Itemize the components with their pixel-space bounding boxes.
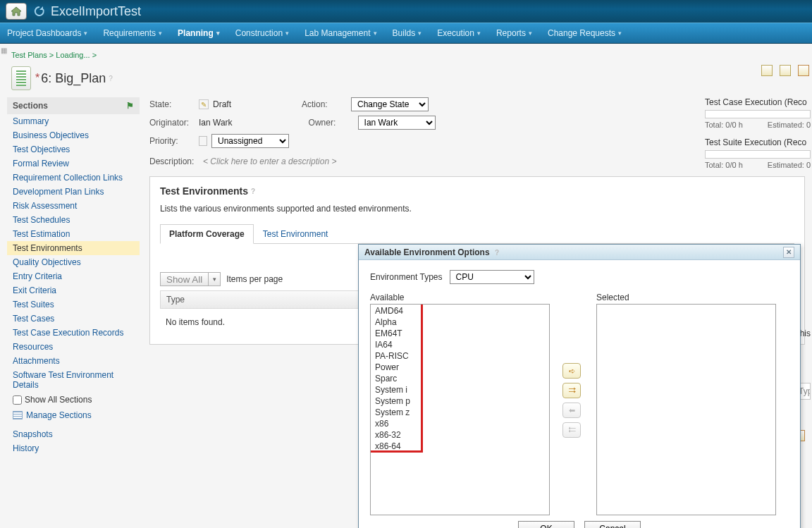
section-summary[interactable]: Summary bbox=[7, 114, 140, 128]
option-systemz[interactable]: System z bbox=[371, 407, 549, 418]
option-x8632[interactable]: x86-32 bbox=[371, 429, 549, 441]
section-tce-records[interactable]: Test Case Execution Records bbox=[7, 326, 140, 340]
menu-project-dashboards[interactable]: Project Dashboards▾ bbox=[7, 28, 87, 38]
section-risk-assessment[interactable]: Risk Assessment bbox=[7, 199, 140, 213]
section-resources[interactable]: Resources bbox=[7, 340, 140, 354]
option-ia64[interactable]: IA64 bbox=[371, 339, 549, 350]
menu-execution[interactable]: Execution▾ bbox=[437, 28, 481, 38]
option-parisc[interactable]: PA-RISC bbox=[371, 350, 549, 362]
lock-icon[interactable] bbox=[798, 65, 809, 76]
menu-planning[interactable]: Planning▾ bbox=[178, 28, 220, 38]
add-all-button[interactable]: ⮆ bbox=[562, 383, 581, 398]
tse-title: Test Suite Execution (Reco bbox=[705, 137, 811, 147]
section-snapshots[interactable]: Snapshots bbox=[7, 427, 140, 441]
home-button[interactable] bbox=[6, 3, 27, 20]
action-select[interactable]: Change State bbox=[351, 97, 429, 111]
env-types-select[interactable]: CPU bbox=[450, 270, 534, 284]
originator-value: Ian Wark bbox=[199, 118, 233, 128]
chevron-down-icon: ▾ bbox=[529, 30, 532, 37]
section-business-objectives[interactable]: Business Objectives bbox=[7, 128, 140, 142]
manage-sections[interactable]: Manage Sections bbox=[7, 407, 140, 423]
option-alpha[interactable]: Alpha bbox=[371, 317, 549, 328]
option-systemp[interactable]: System p bbox=[371, 395, 549, 407]
description-placeholder[interactable]: < Click here to enter a description > bbox=[203, 156, 336, 166]
tab-platform-coverage[interactable]: Platform Coverage bbox=[160, 224, 254, 244]
help-icon[interactable]: ? bbox=[495, 249, 499, 257]
section-entry-criteria[interactable]: Entry Criteria bbox=[7, 269, 140, 283]
tce-title: Test Case Execution (Reco bbox=[705, 97, 811, 107]
menu-reports[interactable]: Reports▾ bbox=[496, 28, 532, 38]
section-ste-details[interactable]: Software Test Environment Details bbox=[7, 368, 140, 392]
show-all-button[interactable]: Show All bbox=[160, 272, 209, 286]
remove-button[interactable]: ⬅ bbox=[562, 403, 581, 418]
section-test-estimation[interactable]: Test Estimation bbox=[7, 227, 140, 241]
chevron-down-icon: ▾ bbox=[285, 30, 289, 37]
selected-label: Selected bbox=[596, 293, 776, 302]
section-formal-review[interactable]: Formal Review bbox=[7, 156, 140, 171]
option-systemi[interactable]: System i bbox=[371, 384, 549, 395]
show-all-checkbox[interactable] bbox=[13, 395, 22, 405]
page-title: 6: Big_Plan bbox=[41, 71, 106, 86]
section-test-schedules[interactable]: Test Schedules bbox=[7, 213, 140, 227]
option-x86[interactable]: x86 bbox=[371, 418, 549, 429]
flag-icon[interactable] bbox=[199, 136, 207, 146]
chevron-down-icon: ▾ bbox=[84, 30, 87, 37]
option-em64t[interactable]: EM64T bbox=[371, 328, 549, 339]
section-test-cases[interactable]: Test Cases bbox=[7, 312, 140, 326]
add-button[interactable]: ➪ bbox=[562, 363, 581, 379]
available-listbox[interactable]: AMD64 Alpha EM64T IA64 PA-RISC Power Spa… bbox=[370, 304, 550, 515]
breadcrumb-root[interactable]: Test Plans bbox=[11, 51, 47, 59]
section-dev-plan-links[interactable]: Development Plan Links bbox=[7, 185, 140, 199]
chevron-down-icon: ▾ bbox=[216, 30, 220, 37]
section-test-environments[interactable]: Test Environments bbox=[7, 241, 140, 255]
section-attachments[interactable]: Attachments bbox=[7, 354, 140, 368]
edit-icon[interactable]: ✎ bbox=[199, 99, 209, 109]
double-arrow-left-icon: ⮄ bbox=[568, 426, 576, 434]
help-icon[interactable]: ? bbox=[109, 75, 113, 82]
selected-listbox[interactable] bbox=[596, 304, 776, 515]
owner-select[interactable]: Ian Wark bbox=[358, 116, 436, 130]
pin-icon[interactable]: ⚑ bbox=[126, 101, 134, 111]
priority-select[interactable]: Unassigned bbox=[211, 134, 289, 148]
section-test-objectives[interactable]: Test Objectives bbox=[7, 142, 140, 156]
section-test-suites[interactable]: Test Suites bbox=[7, 297, 140, 312]
option-x8664[interactable]: x86-64 bbox=[371, 441, 549, 452]
grid-icon[interactable]: ▦ bbox=[1, 47, 7, 54]
option-power[interactable]: Power bbox=[371, 362, 549, 373]
section-history[interactable]: History bbox=[7, 441, 140, 455]
double-arrow-right-icon: ⮆ bbox=[568, 386, 576, 395]
chevron-down-icon: ▾ bbox=[159, 30, 162, 37]
tab-test-environment[interactable]: Test Environment bbox=[254, 224, 338, 244]
plan-icon bbox=[11, 66, 31, 90]
close-button[interactable]: ✕ bbox=[783, 247, 794, 258]
remove-all-button[interactable]: ⮄ bbox=[562, 422, 581, 438]
menu-requirements[interactable]: Requirements▾ bbox=[103, 28, 162, 38]
section-exit-criteria[interactable]: Exit Criteria bbox=[7, 283, 140, 297]
arrow-left-icon: ⬅ bbox=[569, 406, 575, 415]
export-icon[interactable] bbox=[780, 65, 791, 76]
refresh-button[interactable] bbox=[32, 4, 47, 18]
dirty-marker: * bbox=[35, 72, 39, 85]
help-icon[interactable]: ? bbox=[251, 188, 255, 195]
cancel-button[interactable]: Cancel bbox=[584, 521, 641, 528]
menu-lab-management[interactable]: Lab Management▾ bbox=[304, 28, 376, 38]
action-label: Action: bbox=[302, 99, 351, 109]
breadcrumb-current[interactable]: Loading... bbox=[56, 51, 90, 59]
section-quality-objectives[interactable]: Quality Objectives bbox=[7, 255, 140, 269]
chevron-down-icon: ▾ bbox=[418, 30, 422, 37]
section-requirement-links[interactable]: Requirement Collection Links bbox=[7, 171, 140, 185]
show-all-sections[interactable]: Show All Sections bbox=[7, 392, 140, 407]
tce-bar bbox=[705, 110, 811, 118]
title-bar: ExcelImportTest bbox=[0, 0, 812, 23]
copy-icon[interactable] bbox=[761, 65, 773, 76]
option-sparc[interactable]: Sparc bbox=[371, 373, 549, 384]
refresh-icon bbox=[34, 6, 45, 17]
transfer-buttons: ➪ ⮆ ⬅ ⮄ bbox=[562, 293, 584, 438]
ok-button[interactable]: OK bbox=[518, 521, 574, 528]
menu-builds[interactable]: Builds▾ bbox=[393, 28, 422, 38]
option-amd64[interactable]: AMD64 bbox=[371, 305, 549, 317]
menu-change-requests[interactable]: Change Requests▾ bbox=[548, 28, 622, 38]
show-all-dropdown[interactable]: ▾ bbox=[208, 272, 221, 286]
chevron-down-icon: ▾ bbox=[374, 30, 377, 37]
menu-construction[interactable]: Construction▾ bbox=[235, 28, 289, 38]
